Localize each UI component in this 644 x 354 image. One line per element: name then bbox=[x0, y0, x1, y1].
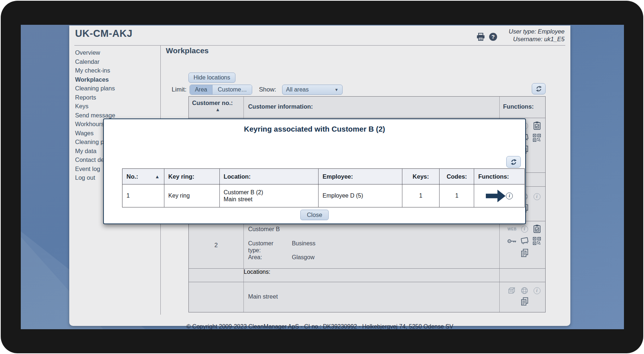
keyring-employee: Employee D (5) bbox=[319, 184, 402, 207]
sidebar-item-workplaces[interactable]: Workplaces bbox=[75, 75, 160, 84]
cleaning-plan-icon[interactable] bbox=[531, 121, 543, 131]
print-icon[interactable] bbox=[476, 33, 485, 41]
show-areas-dropdown[interactable]: All areas ▼ bbox=[282, 85, 343, 95]
user-type-label: User type: Employee bbox=[509, 28, 565, 35]
app-header: UK-CM-AKJ User type: Employee Username: … bbox=[69, 26, 570, 45]
info-icon[interactable]: i bbox=[531, 286, 543, 295]
documents-icon[interactable] bbox=[518, 248, 531, 258]
keyring-location-line2: Main street bbox=[224, 196, 263, 203]
workplaces-table-header: Customer no.: ▲ Customer information: Fu… bbox=[189, 97, 545, 118]
cube-icon[interactable] bbox=[506, 286, 518, 295]
refresh-button[interactable] bbox=[532, 83, 546, 94]
sort-asc-icon[interactable]: ▲ bbox=[155, 174, 160, 179]
customer-type-value: Business bbox=[292, 240, 500, 254]
page-title: Workplaces bbox=[166, 46, 209, 55]
keyring-location-line1: Customer B (2) bbox=[224, 189, 263, 196]
keyring-name: Key ring bbox=[164, 184, 220, 207]
show-areas-value: All areas bbox=[286, 86, 309, 93]
location-row-main-street: Main street i bbox=[189, 282, 545, 312]
web-badge: WEB bbox=[506, 224, 518, 234]
close-button[interactable]: Close bbox=[300, 210, 329, 220]
modal-title: Keyring associated with Customer B (2) bbox=[104, 125, 525, 133]
info-icon[interactable]: i bbox=[518, 224, 531, 234]
customer-type-label: Customer type: bbox=[248, 240, 277, 254]
filter-toolbar: Limit: Area Custome… Show: All areas ▼ bbox=[172, 85, 343, 95]
keyring-keys-count: 1 bbox=[402, 184, 440, 207]
sign-icon[interactable] bbox=[518, 236, 531, 246]
info-icon[interactable]: i bbox=[506, 192, 513, 199]
qr-code-icon[interactable] bbox=[531, 236, 543, 246]
desktop-background: UK-CM-AKJ User type: Employee Username: … bbox=[21, 25, 624, 329]
area-value: Glasgow bbox=[292, 254, 500, 261]
keyring-table-header: No.: ▲ Key ring: Location: Employee: Key… bbox=[122, 169, 524, 184]
col-functions: Functions: bbox=[474, 169, 524, 184]
limit-customer-button[interactable]: Custome… bbox=[212, 85, 252, 94]
locations-header-row: Locations: bbox=[189, 269, 545, 282]
col-key-ring: Key ring: bbox=[164, 169, 220, 184]
sort-asc-icon[interactable]: ▲ bbox=[192, 107, 243, 112]
col-keys: Keys: bbox=[402, 169, 440, 184]
col-employee: Employee: bbox=[319, 169, 402, 184]
app-title: UK-CM-AKJ bbox=[75, 28, 132, 39]
sidebar-item-keys[interactable]: Keys bbox=[75, 102, 160, 111]
modal-refresh-button[interactable] bbox=[506, 156, 521, 168]
info-icon[interactable]: i bbox=[531, 192, 543, 201]
location-name: Main street bbox=[244, 282, 500, 300]
sidebar-item-overview[interactable]: Overview bbox=[75, 48, 160, 57]
limit-area-button[interactable]: Area bbox=[190, 85, 212, 94]
qr-code-icon[interactable] bbox=[531, 133, 543, 143]
device-frame: UK-CM-AKJ User type: Employee Username: … bbox=[1, 1, 643, 353]
keyring-codes-count: 1 bbox=[440, 184, 474, 207]
refresh-icon bbox=[535, 85, 542, 92]
limit-label: Limit: bbox=[172, 86, 187, 93]
table-row-customer-b: 2 Customer B Customer type: Business Are… bbox=[189, 221, 545, 269]
customer-b-no: 2 bbox=[189, 221, 243, 249]
limit-segmented-control: Area Custome… bbox=[190, 85, 253, 95]
globe-icon[interactable] bbox=[518, 286, 531, 295]
sidebar-item-cleaning-plans[interactable]: Cleaning plans bbox=[75, 84, 160, 93]
locations-label: Locations: bbox=[244, 269, 500, 282]
pointer-arrow-annotation bbox=[486, 190, 506, 202]
chevron-down-icon: ▼ bbox=[335, 87, 339, 92]
show-label: Show: bbox=[259, 86, 276, 93]
sidebar-item-calendar[interactable]: Calendar bbox=[75, 57, 160, 66]
area-label: Area: bbox=[248, 254, 277, 261]
sidebar-item-reports[interactable]: Reports bbox=[75, 93, 160, 102]
col-customer-no: Customer no.: bbox=[192, 100, 233, 106]
keyring-no: 1 bbox=[122, 184, 164, 207]
sidebar-item-my-check-ins[interactable]: My check-ins bbox=[75, 66, 160, 75]
documents-icon[interactable] bbox=[518, 297, 531, 306]
col-no: No.: bbox=[126, 173, 138, 180]
help-icon[interactable] bbox=[489, 32, 497, 41]
username-label: Username: uk1_E5 bbox=[509, 35, 565, 43]
col-codes: Codes: bbox=[440, 169, 474, 184]
col-location: Location: bbox=[220, 169, 319, 184]
keyring-modal: Keyring associated with Customer B (2) N… bbox=[103, 118, 526, 224]
copyright-footer: © Copyright 2009-2023 CleanManager ApS -… bbox=[69, 323, 570, 329]
cleaning-plan-icon[interactable] bbox=[531, 224, 543, 234]
col-functions: Functions: bbox=[500, 97, 545, 118]
col-customer-info: Customer information: bbox=[244, 97, 500, 118]
keyring-table: No.: ▲ Key ring: Location: Employee: Key… bbox=[122, 168, 525, 207]
key-icon[interactable] bbox=[506, 236, 518, 246]
keyring-row: 1 Key ring Customer B (2) Main street Em… bbox=[122, 184, 524, 207]
refresh-icon bbox=[510, 159, 517, 166]
hide-locations-button[interactable]: Hide locations bbox=[188, 73, 235, 83]
